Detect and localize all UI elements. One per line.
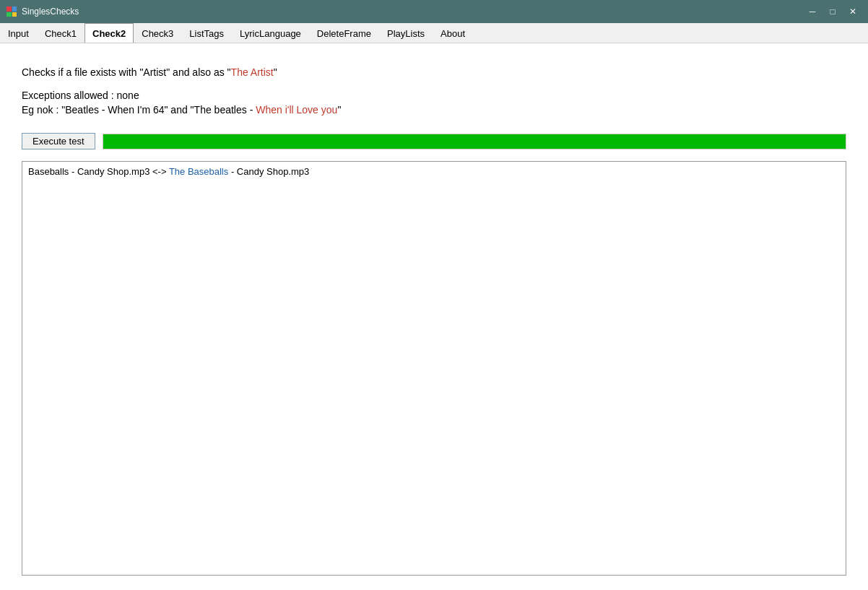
- execute-button[interactable]: Execute test: [22, 133, 95, 149]
- result-artist: The Baseballs: [169, 166, 228, 177]
- desc3-prefix: Eg nok : "Beatles - When I'm 64" and "Th…: [22, 104, 256, 116]
- menu-bar: Input Check1 Check2 Check3 ListTags Lyri…: [0, 23, 868, 43]
- window-title: SinglesChecks: [22, 6, 79, 17]
- results-box[interactable]: Baseballs - Candy Shop.mp3 <-> The Baseb…: [22, 161, 846, 576]
- menu-item-about[interactable]: About: [433, 23, 473, 43]
- desc1-suffix: ": [274, 66, 277, 78]
- menu-item-check2[interactable]: Check2: [84, 23, 134, 43]
- progress-bar-fill: [103, 134, 846, 149]
- menu-item-playlists[interactable]: PlayLists: [379, 23, 433, 43]
- menu-item-check3[interactable]: Check3: [134, 23, 181, 43]
- content-area: Checks if a file exists with "Artist" an…: [0, 43, 868, 590]
- description-line2: Exceptions allowed : none: [22, 90, 846, 101]
- execute-row: Execute test: [22, 133, 846, 149]
- title-bar: SinglesChecks ─ □ ✕: [0, 0, 868, 23]
- desc1-red: The Artist: [231, 66, 274, 78]
- title-bar-left: SinglesChecks: [6, 6, 79, 17]
- app-window: SinglesChecks ─ □ ✕ Input Check1 Check2 …: [0, 0, 868, 590]
- description-line1: Checks if a file exists with "Artist" an…: [22, 66, 846, 78]
- menu-item-listtags[interactable]: ListTags: [181, 23, 232, 43]
- close-button[interactable]: ✕: [843, 4, 862, 19]
- maximize-button[interactable]: □: [823, 4, 842, 19]
- minimize-button[interactable]: ─: [803, 4, 822, 19]
- result-line: Baseballs - Candy Shop.mp3 <-> The Baseb…: [28, 166, 840, 177]
- menu-item-deleteframe[interactable]: DeleteFrame: [309, 23, 379, 43]
- desc1-prefix: Checks if a file exists with "Artist" an…: [22, 66, 231, 78]
- menu-item-input[interactable]: Input: [0, 23, 37, 43]
- menu-item-check1[interactable]: Check1: [37, 23, 84, 43]
- title-bar-buttons: ─ □ ✕: [803, 4, 862, 19]
- desc3-suffix: ": [337, 104, 341, 116]
- app-icon: [6, 6, 17, 17]
- menu-item-lyriclanguage[interactable]: LyricLanguage: [232, 23, 309, 43]
- description-line3: Eg nok : "Beatles - When I'm 64" and "Th…: [22, 104, 846, 116]
- progress-bar-container: [103, 134, 846, 149]
- result-suffix: - Candy Shop.mp3: [228, 166, 309, 177]
- desc3-red: When i'll Love you: [256, 104, 337, 116]
- result-prefix: Baseballs - Candy Shop.mp3 <->: [28, 166, 169, 177]
